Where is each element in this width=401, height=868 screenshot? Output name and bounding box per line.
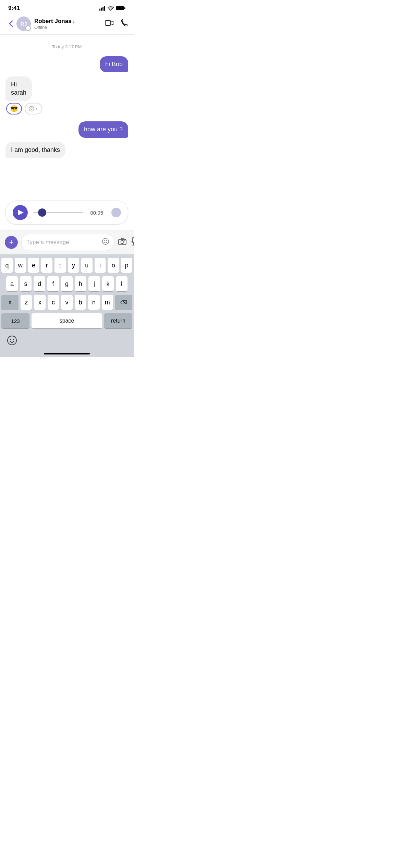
home-indicator [1, 350, 132, 356]
key-q[interactable]: q [1, 258, 13, 273]
chevron-right-icon: › [73, 19, 75, 24]
keyboard-row-4: 123 space return [1, 313, 132, 328]
chat-timestamp: Today 3:17 PM [5, 44, 128, 49]
key-a[interactable]: a [6, 276, 18, 291]
message-bubble-outgoing: hi Bob [100, 56, 128, 72]
key-x[interactable]: x [34, 295, 45, 310]
video-call-button[interactable] [105, 19, 114, 28]
svg-rect-15 [119, 239, 126, 245]
key-b[interactable]: b [75, 295, 86, 310]
message-bubble-outgoing: how are you ? [78, 121, 128, 137]
key-f[interactable]: f [47, 276, 59, 291]
key-i[interactable]: i [95, 258, 106, 273]
mic-button[interactable] [130, 237, 134, 248]
svg-rect-2 [102, 7, 104, 11]
svg-point-9 [31, 108, 31, 108]
progress-bar[interactable] [33, 212, 83, 213]
add-button[interactable]: + [5, 236, 18, 249]
contact-info[interactable]: Robert Jonas › Offline [34, 18, 105, 30]
svg-point-16 [121, 241, 124, 244]
numbers-key[interactable]: 123 [1, 313, 29, 328]
key-k[interactable]: k [102, 276, 114, 291]
key-v[interactable]: v [61, 295, 72, 310]
status-icons [99, 6, 125, 11]
status-time: 9:41 [8, 5, 20, 12]
message-row: I am good, thanks [5, 142, 128, 158]
key-p[interactable]: p [121, 258, 132, 273]
keyboard-bottom [1, 332, 132, 350]
voice-avatar-small [111, 208, 121, 217]
message-bubble-incoming: Hi sarah [5, 76, 32, 101]
contact-avatar-container: RJ [16, 16, 31, 31]
wifi-icon [108, 6, 114, 11]
back-button[interactable] [5, 18, 16, 29]
keyboard-row-2: a s d f g h j k l [1, 276, 132, 291]
delete-key[interactable]: ⌫ [115, 295, 132, 310]
space-key[interactable]: space [32, 313, 102, 328]
key-r[interactable]: r [41, 258, 52, 273]
svg-point-10 [32, 108, 33, 108]
message-input[interactable] [26, 239, 99, 246]
offline-badge [25, 25, 31, 31]
contact-status: Offline [34, 25, 105, 30]
message-row: Hi sarah 😎 + [5, 76, 128, 117]
key-e[interactable]: e [28, 258, 39, 273]
svg-point-23 [13, 339, 14, 340]
svg-point-21 [8, 336, 16, 345]
message-bubble-incoming: I am good, thanks [5, 142, 65, 158]
camera-button[interactable] [118, 238, 127, 247]
key-l[interactable]: l [116, 276, 127, 291]
svg-rect-18 [132, 237, 134, 242]
add-reaction-button[interactable]: + [25, 103, 42, 114]
svg-rect-3 [104, 6, 105, 11]
header-actions [105, 19, 128, 28]
voice-message: 00:05 [5, 201, 128, 225]
play-button[interactable] [13, 205, 28, 220]
progress-thumb[interactable] [38, 208, 46, 217]
return-key[interactable]: return [104, 313, 132, 328]
message-input-wrap [21, 234, 114, 251]
reaction-emoji-button[interactable]: 😎 [6, 103, 22, 114]
key-u[interactable]: u [81, 258, 93, 273]
svg-rect-1 [101, 8, 102, 11]
key-d[interactable]: d [34, 276, 45, 291]
svg-point-13 [104, 240, 105, 241]
home-bar [44, 353, 90, 354]
key-t[interactable]: t [54, 258, 66, 273]
key-w[interactable]: w [15, 258, 26, 273]
svg-rect-5 [116, 6, 124, 10]
key-s[interactable]: s [20, 276, 32, 291]
key-o[interactable]: o [108, 258, 119, 273]
svg-rect-7 [105, 21, 111, 25]
emoji-keyboard-button[interactable] [7, 335, 17, 348]
emoji-button[interactable] [102, 238, 109, 247]
chat-area: Today 3:17 PM hi Bob Hi sarah 😎 [0, 35, 134, 199]
play-icon [18, 210, 24, 215]
signal-icon [99, 6, 106, 11]
keyboard-row-1: q w e r t y u i o p [1, 258, 132, 273]
message-row: hi Bob [5, 56, 128, 72]
reaction-row: 😎 + [6, 103, 42, 114]
voice-duration: 00:05 [89, 210, 103, 216]
key-c[interactable]: c [48, 295, 59, 310]
svg-rect-17 [124, 240, 125, 241]
svg-rect-6 [124, 7, 125, 9]
key-h[interactable]: h [75, 276, 86, 291]
key-m[interactable]: m [102, 295, 113, 310]
shift-key[interactable]: ⇧ [1, 295, 19, 310]
chat-header: RJ Robert Jonas › Offline [0, 14, 134, 35]
svg-point-4 [110, 10, 111, 11]
svg-point-12 [102, 238, 109, 244]
svg-point-22 [10, 339, 11, 340]
svg-rect-0 [99, 9, 100, 11]
phone-call-button[interactable] [121, 19, 128, 28]
key-j[interactable]: j [88, 276, 100, 291]
key-z[interactable]: z [21, 295, 32, 310]
key-y[interactable]: y [68, 258, 79, 273]
contact-name: Robert Jonas › [34, 18, 105, 25]
key-g[interactable]: g [61, 276, 73, 291]
battery-icon [116, 6, 125, 11]
message-row: how are you ? [5, 121, 128, 137]
key-n[interactable]: n [88, 295, 99, 310]
keyboard: q w e r t y u i o p a s d f g h j k l ⇧ … [0, 254, 134, 357]
